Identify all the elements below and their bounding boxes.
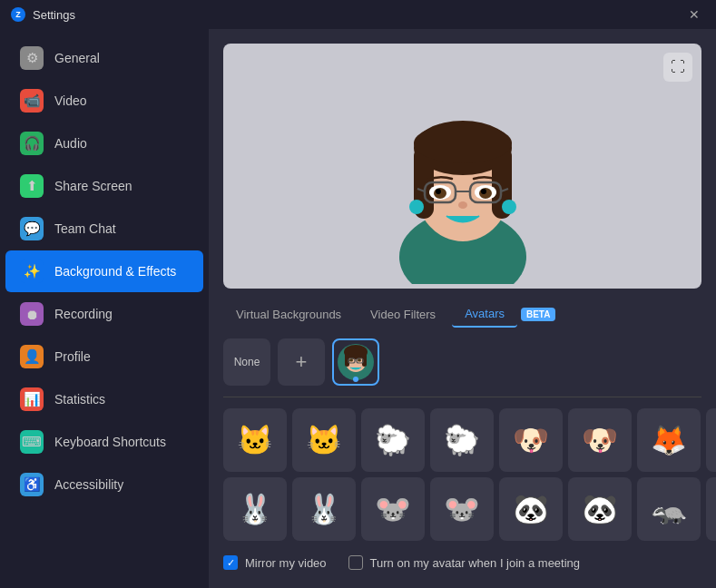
svg-point-19 (409, 200, 424, 214)
avatar-grid-item-11[interactable]: 🐭 (430, 477, 494, 541)
svg-point-17 (481, 189, 486, 194)
sidebar-item-statistics[interactable]: 📊 Statistics (5, 378, 203, 420)
sidebar-item-recording[interactable]: ⏺ Recording (5, 293, 203, 335)
checkbox-checked-mirror-video (223, 555, 238, 570)
avatar-grid-item-12[interactable]: 🐼 (499, 477, 563, 541)
avatar-grid-item-13[interactable]: 🐼 (568, 477, 632, 541)
selected-indicator (353, 377, 358, 382)
sidebar-label-general: General (54, 51, 100, 65)
tab-video-filters[interactable]: Video Filters (358, 302, 448, 327)
avatar-preview-svg (363, 48, 563, 284)
sidebar-label-profile: Profile (54, 349, 91, 364)
avatar-grid: 🐱🐱🐑🐑🐶🐶🦊🦊🐰🐰🐭🐭🐼🐼🦡🦡 (223, 408, 701, 541)
avatar-none-button[interactable]: None (223, 338, 270, 386)
sidebar-item-keyboard-shortcuts[interactable]: ⌨ Keyboard Shortcuts (5, 421, 203, 463)
option-label-turn-on-avatar: Turn on my avatar when I join a meeting (370, 556, 580, 570)
sidebar-label-team-chat: Team Chat (54, 221, 116, 236)
video-preview: ⛶ (223, 44, 701, 289)
sidebar-label-audio: Audio (54, 136, 87, 151)
sidebar-icon-team-chat: 💬 (20, 217, 44, 240)
svg-point-29 (349, 359, 353, 362)
avatar-grid-item-5[interactable]: 🐶 (568, 408, 632, 472)
svg-point-20 (502, 200, 516, 214)
tab-avatars[interactable]: Avatars (452, 301, 517, 328)
tabs-row: Virtual BackgroundsVideo FiltersAvatarsB… (223, 301, 701, 328)
avatar-add-button[interactable]: + (278, 338, 325, 386)
sidebar-label-statistics: Statistics (54, 392, 105, 407)
sidebar-icon-accessibility: ♿ (20, 473, 44, 496)
title-bar-left: Z Settings (11, 7, 75, 22)
sidebar-item-share-screen[interactable]: ⬆ Share Screen (5, 165, 203, 207)
avatar-grid-item-1[interactable]: 🐱 (292, 408, 356, 472)
sidebar-label-background-effects: Background & Effects (54, 264, 176, 279)
window-title: Settings (33, 8, 75, 22)
sidebar-label-recording: Recording (54, 307, 113, 321)
sidebar-item-accessibility[interactable]: ♿ Accessibility (5, 464, 203, 505)
sidebar-label-video: Video (54, 93, 87, 108)
avatar-grid-item-3[interactable]: 🐑 (430, 408, 494, 472)
avatar-grid-item-0[interactable]: 🐱 (223, 408, 287, 472)
svg-point-6 (414, 123, 512, 163)
option-turn-on-avatar[interactable]: Turn on my avatar when I join a meeting (348, 555, 580, 570)
sidebar-item-audio[interactable]: 🎧 Audio (5, 122, 203, 164)
sidebar-label-accessibility: Accessibility (54, 477, 123, 492)
sidebar-icon-video: 📹 (20, 89, 44, 113)
bottom-options: Mirror my videoTurn on my avatar when I … (223, 555, 701, 570)
avatar-grid-item-4[interactable]: 🐶 (499, 408, 563, 472)
sidebar: ⚙ General 📹 Video 🎧 Audio ⬆ Share Screen… (0, 29, 209, 588)
svg-point-18 (458, 201, 467, 209)
option-label-mirror-video: Mirror my video (245, 556, 327, 570)
sidebar-label-keyboard-shortcuts: Keyboard Shortcuts (54, 435, 166, 449)
tab-virtual-backgrounds[interactable]: Virtual Backgrounds (223, 302, 354, 327)
sidebar-icon-statistics: 📊 (20, 387, 44, 411)
sidebar-item-video[interactable]: 📹 Video (5, 80, 203, 122)
close-button[interactable]: ✕ (683, 4, 705, 25)
sidebar-icon-recording: ⏺ (20, 302, 44, 326)
title-bar: Z Settings ✕ (0, 0, 716, 29)
svg-point-30 (358, 359, 361, 362)
sidebar-icon-background-effects: ✨ (20, 260, 44, 283)
sidebar-icon-keyboard-shortcuts: ⌨ (20, 430, 44, 454)
avatar-grid-item-6[interactable]: 🦊 (637, 408, 701, 472)
avatar-selection-row: None + (223, 338, 701, 397)
sidebar-icon-share-screen: ⬆ (20, 174, 44, 198)
sidebar-item-general[interactable]: ⚙ General (5, 37, 203, 79)
fullscreen-button[interactable]: ⛶ (663, 53, 692, 82)
avatar-grid-item-15[interactable]: 🦡 (706, 477, 716, 541)
avatar-grid-item-14[interactable]: 🦡 (637, 477, 701, 541)
content-area: ⛶ (209, 29, 716, 588)
sidebar-icon-profile: 👤 (20, 345, 44, 368)
checkbox-unchecked-turn-on-avatar (348, 555, 363, 570)
sidebar-item-profile[interactable]: 👤 Profile (5, 336, 203, 377)
sidebar-item-background-effects[interactable]: ✨ Background & Effects (5, 250, 203, 292)
beta-badge: BETA (521, 308, 555, 321)
app-icon: Z (11, 7, 25, 22)
avatar-grid-item-8[interactable]: 🐰 (223, 477, 287, 541)
avatar-selected-button[interactable] (332, 338, 379, 386)
sidebar-icon-general: ⚙ (20, 46, 44, 70)
avatar-grid-item-9[interactable]: 🐰 (292, 477, 356, 541)
svg-point-16 (436, 189, 441, 194)
avatar-grid-item-2[interactable]: 🐑 (361, 408, 425, 472)
option-mirror-video[interactable]: Mirror my video (223, 555, 327, 570)
avatar-grid-item-10[interactable]: 🐭 (361, 477, 425, 541)
avatar-grid-item-7[interactable]: 🦊 (706, 408, 716, 472)
sidebar-item-team-chat[interactable]: 💬 Team Chat (5, 208, 203, 250)
sidebar-icon-audio: 🎧 (20, 132, 44, 155)
main-layout: ⚙ General 📹 Video 🎧 Audio ⬆ Share Screen… (0, 29, 716, 588)
sidebar-label-share-screen: Share Screen (54, 179, 132, 193)
